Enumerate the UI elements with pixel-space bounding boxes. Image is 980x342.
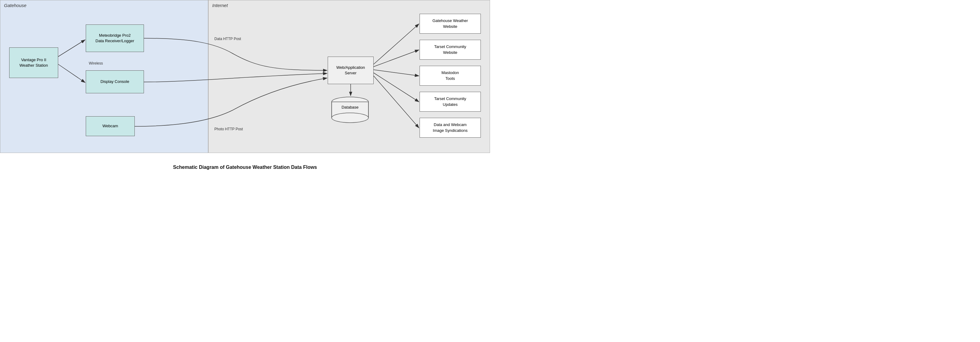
photo-http-label: Photo HTTP Post [215,127,243,131]
vantage-pro-box: Vantage Pro II Weather Station [9,48,58,78]
database-box: Database [329,97,371,125]
database-label: Database [329,105,371,109]
wireless-label: Wireless [89,61,103,65]
gatehouse-weather-box: Gatehouse Weather Website [420,14,481,34]
svg-point-2 [332,113,368,123]
internet-label: Internet [212,3,228,8]
web-server-box: Web/Application Server [328,57,374,84]
tarset-updates-box: Tarset Community Updates [420,92,481,112]
diagram-caption: Schematic Diagram of Gatehouse Weather S… [0,159,490,173]
meteobridge-box: Meteobridge Pro2 Data Receiver/Logger [86,24,144,52]
display-console-box: Display Console [86,70,144,93]
data-http-label: Data HTTP Post [215,37,241,41]
webcam-box: Webcam [86,116,135,136]
tarset-community-box: Tarset Community Website [420,40,481,60]
gatehouse-label: Gatehouse [4,3,26,8]
diagram: Gatehouse Internet Vantage Pro II Weathe… [0,0,490,159]
mastodon-box: Mastodon Toots [420,66,481,86]
data-syndication-box: Data and Webcam Image Syndications [420,118,481,138]
